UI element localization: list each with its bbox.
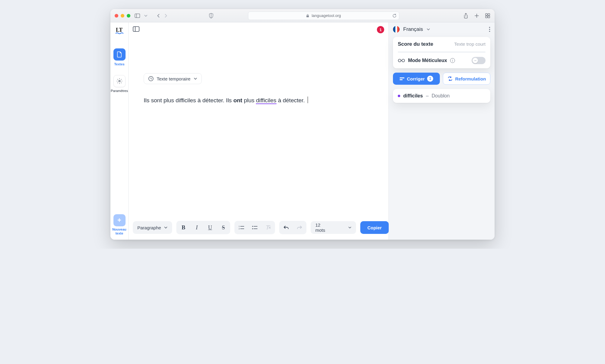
editor-toolbar: Paragraphe B I U S 12: [129, 216, 388, 240]
flag-france-icon: [393, 26, 400, 33]
more-menu-icon[interactable]: [489, 27, 490, 32]
tab-overview-icon[interactable]: [485, 13, 490, 18]
sidebar-item-parametres-label: Paramètres: [111, 89, 128, 93]
svg-point-31: [402, 59, 405, 62]
issue-bullet-icon: [398, 95, 400, 97]
svg-line-24: [267, 226, 268, 229]
new-text-button[interactable]: +: [113, 214, 126, 226]
sidebar-toggle-icon[interactable]: [135, 13, 140, 18]
minimize-window-icon[interactable]: [121, 14, 124, 18]
svg-point-30: [398, 59, 401, 62]
svg-point-29: [489, 31, 490, 32]
editor-textarea[interactable]: Ils sont plus difficiles à détecter. Ils…: [144, 96, 373, 105]
chevron-down-icon[interactable]: [143, 13, 149, 18]
paragraph-style-label: Paragraphe: [137, 225, 161, 230]
text-caret: [308, 97, 308, 103]
editor-column: 1 Texte temporaire: [129, 22, 389, 240]
format-group: B I U S: [176, 221, 230, 234]
issue-dash: –: [426, 93, 429, 99]
picky-mode-toggle[interactable]: −: [472, 57, 486, 64]
svg-rect-12: [133, 27, 139, 31]
score-note: Texte trop court: [454, 41, 486, 47]
lock-icon: [306, 14, 309, 18]
app-logo[interactable]: LT: [115, 27, 124, 35]
url-host: languagetool.org: [312, 13, 341, 18]
chevron-down-icon: [348, 226, 352, 229]
window-controls: [115, 14, 130, 18]
text-segment: Ils sont plus difficiles à détecter. Ils: [144, 97, 233, 103]
paragraph-style-select[interactable]: Paragraphe: [133, 221, 172, 234]
sidebar-item-textes-label: Textes: [114, 62, 124, 66]
undo-button[interactable]: [280, 221, 293, 234]
svg-point-27: [489, 27, 490, 28]
svg-rect-32: [400, 77, 404, 78]
nav-back-icon[interactable]: [156, 14, 161, 18]
chevron-down-icon: [194, 77, 197, 80]
browser-window: languagetool.org: [110, 9, 495, 240]
text-highlighted-error[interactable]: difficiles: [256, 97, 276, 104]
svg-rect-3: [306, 15, 309, 17]
svg-rect-6: [486, 14, 487, 15]
score-bar: [398, 51, 486, 53]
sidebar-tabs: Corriger 1 Reformulation: [393, 73, 490, 85]
svg-rect-7: [488, 14, 490, 15]
zoom-window-icon[interactable]: [127, 14, 130, 18]
svg-rect-33: [400, 79, 403, 80]
issue-type: Doublon: [432, 93, 450, 99]
text-segment: plus: [242, 97, 256, 103]
new-text-label: Nouveautexte: [112, 228, 126, 235]
word-count-label: 12 mots: [315, 222, 330, 233]
new-tab-icon[interactable]: [474, 13, 479, 18]
clock-icon: [148, 76, 154, 81]
redo-button[interactable]: [293, 221, 306, 234]
strikethrough-button[interactable]: S: [217, 221, 230, 234]
history-group: [279, 221, 306, 234]
copy-button[interactable]: Copier: [360, 221, 389, 234]
issue-count-badge[interactable]: 1: [377, 26, 384, 33]
glasses-icon: [398, 58, 405, 63]
svg-rect-9: [488, 16, 490, 18]
issue-card[interactable]: difficiles – Doublon: [393, 89, 490, 103]
address-bar[interactable]: languagetool.org: [248, 11, 399, 20]
svg-text:1: 1: [239, 225, 240, 227]
svg-rect-8: [486, 16, 487, 18]
tab-corriger-count: 1: [427, 76, 433, 82]
list-group: 12: [234, 221, 275, 234]
text-segment: à détecter.: [276, 97, 306, 103]
nav-forward-icon[interactable]: [164, 14, 168, 18]
svg-point-11: [119, 80, 120, 82]
app: LT Textes Paramètres + Nouveautexte: [110, 22, 495, 240]
svg-point-28: [489, 29, 490, 30]
refresh-icon[interactable]: [392, 14, 397, 18]
chevron-down-icon[interactable]: [427, 28, 430, 31]
share-icon[interactable]: [463, 13, 469, 18]
clear-formatting-button[interactable]: [262, 221, 274, 234]
svg-text:2: 2: [239, 228, 240, 230]
word-count-select[interactable]: 12 mots: [311, 221, 356, 234]
sidebar-item-textes[interactable]: [113, 48, 126, 61]
svg-text:LT: LT: [116, 27, 123, 33]
info-icon[interactable]: i: [450, 58, 455, 63]
corriger-icon: [400, 77, 404, 80]
bold-button[interactable]: B: [177, 221, 190, 234]
svg-point-20: [252, 228, 253, 229]
reformulation-icon: [447, 77, 453, 81]
unordered-list-button[interactable]: [248, 221, 261, 234]
panel-toggle-icon[interactable]: [133, 26, 139, 33]
language-select[interactable]: Français: [403, 26, 423, 32]
sidebar-item-parametres[interactable]: [113, 75, 126, 87]
document-type-label: Texte temporaire: [157, 76, 191, 81]
svg-rect-0: [135, 14, 140, 18]
left-rail: LT Textes Paramètres + Nouveautexte: [110, 22, 129, 240]
close-window-icon[interactable]: [115, 14, 118, 18]
tab-corriger[interactable]: Corriger 1: [393, 73, 440, 85]
tab-reformulation-label: Reformulation: [455, 76, 486, 81]
underline-button[interactable]: U: [204, 221, 216, 234]
ordered-list-button[interactable]: 12: [235, 221, 248, 234]
shield-icon[interactable]: [208, 13, 214, 18]
chevron-down-icon: [164, 226, 168, 229]
italic-button[interactable]: I: [190, 221, 203, 234]
document-type-selector[interactable]: Texte temporaire: [144, 73, 202, 84]
tab-reformulation[interactable]: Reformulation: [443, 73, 490, 85]
tab-corriger-label: Corriger: [407, 76, 425, 81]
